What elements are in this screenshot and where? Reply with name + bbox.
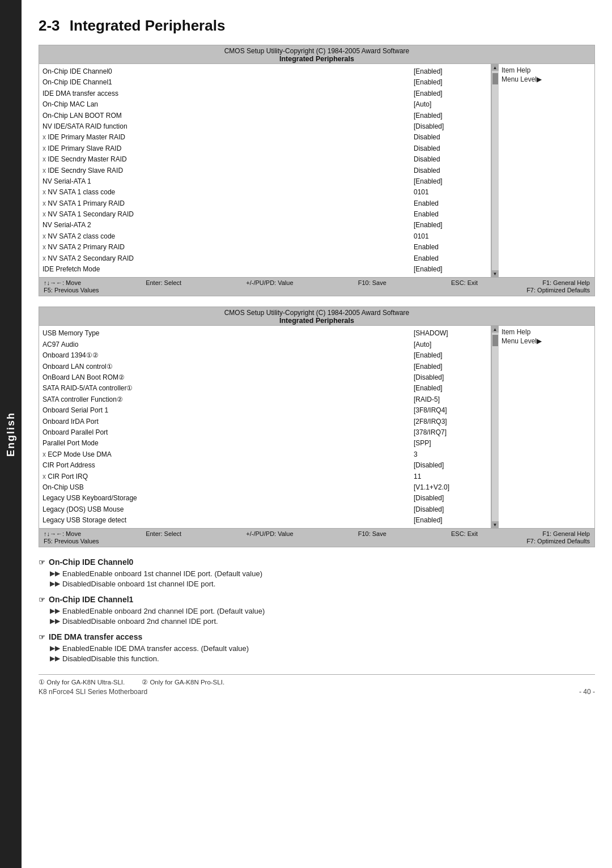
bios-row: SATA RAID-5/ATA controller①[Enabled]: [42, 383, 487, 394]
desc-title-on-chip-ide0: ☞On-Chip IDE Channel0: [39, 558, 595, 567]
desc-item: ▶▶DisabledDisable onboard 1st channel ID…: [39, 580, 595, 588]
scroll-down-1[interactable]: ▼: [492, 270, 499, 277]
bios-row: NV SATA 2 Secondary RAIDEnabled: [42, 253, 487, 264]
bios-row: Onboard 1394①②[Enabled]: [42, 350, 487, 361]
bios-row: On-Chip IDE Channel1[Enabled]: [42, 77, 487, 88]
desc-item: ▶▶DisabledDisable onboard 2nd channel ID…: [39, 617, 595, 626]
bios-row: NV Serial-ATA 1[Enabled]: [42, 176, 487, 187]
bios-row: Parallel Port Mode[SPP]: [42, 438, 487, 449]
bios-row: Onboard Serial Port 1[3F8/IRQ4]: [42, 405, 487, 416]
bios-row: NV IDE/SATA RAID function[Disabled]: [42, 121, 487, 132]
bios-scrollbar-1[interactable]: ▲ ▼: [491, 64, 498, 277]
side-tab-english: English: [0, 0, 22, 868]
bios-footer-row2-1: F5: Previous Values F7: Optimized Defaul…: [44, 287, 590, 293]
bullet-arrow-icon: ▶▶: [50, 654, 60, 662]
bios-row: Onboard Parallel Port[378/IRQ7]: [42, 427, 487, 438]
bios-header-1: CMOS Setup Utility-Copyright (C) 1984-20…: [39, 45, 594, 64]
bios-help-2: Item Help Menu Level▶: [498, 326, 594, 528]
bios-row: IDE Secndry Slave RAIDDisabled: [42, 165, 487, 176]
scroll-down-2[interactable]: ▼: [492, 521, 499, 528]
bios-footer-1: ↑↓→←: Move Enter: Select +/-/PU/PD: Valu…: [39, 277, 594, 296]
desc-item: ▶▶EnabledEnable IDE DMA transfer access.…: [39, 644, 595, 653]
footer-notes: ① Only for GA-K8N Ultra-SLI. ② Only for …: [39, 674, 595, 696]
bios-screen-2: CMOS Setup Utility-Copyright (C) 1984-20…: [39, 307, 595, 547]
bios-row: AC97 Audio[Auto]: [42, 339, 487, 350]
bullet-arrow-icon: ▶▶: [50, 569, 60, 577]
bios-scrollbar-2[interactable]: ▲ ▼: [491, 326, 498, 528]
desc-item: ▶▶EnabledEnable onboard 1st channel IDE …: [39, 569, 595, 578]
bios-row: USB Memory Type[SHADOW]: [42, 328, 487, 339]
bios-row: Legacy (DOS) USB Mouse[Disabled]: [42, 504, 487, 515]
bios-row: IDE Primary Slave RAIDDisabled: [42, 143, 487, 154]
bios-row: On-Chip USB[V1.1+V2.0]: [42, 482, 487, 493]
bios-main-1: On-Chip IDE Channel0[Enabled]On-Chip IDE…: [39, 64, 491, 277]
scroll-up-1[interactable]: ▲: [492, 64, 499, 71]
desc-title-on-chip-ide1: ☞On-Chip IDE Channel1: [39, 595, 595, 604]
desc-section-ide-dma: ☞IDE DMA transfer access▶▶EnabledEnable …: [39, 632, 595, 663]
bios-footer-row1-2: ↑↓→←: Move Enter: Select +/-/PU/PD: Valu…: [44, 530, 590, 537]
bios-help-1: Item Help Menu Level▶: [498, 64, 594, 277]
bios-row: NV SATA 1 class code0101: [42, 187, 487, 198]
bullet-arrow-icon: ▶▶: [50, 580, 60, 588]
bios-row: Onboard IrDA Port[2F8/IRQ3]: [42, 416, 487, 427]
bios-row: On-Chip IDE Channel0[Enabled]: [42, 66, 487, 77]
bios-row: IDE Secndry Master RAIDDisabled: [42, 154, 487, 165]
page-title: 2-3 Integrated Peripherals: [39, 17, 595, 35]
bios-footer-row1-1: ↑↓→←: Move Enter: Select +/-/PU/PD: Valu…: [44, 279, 590, 286]
desc-title-ide-dma: ☞IDE DMA transfer access: [39, 632, 595, 641]
bios-row: CIR Port IRQ11: [42, 471, 487, 482]
bios-row: NV SATA 1 Secondary RAIDEnabled: [42, 209, 487, 220]
bios-row: IDE DMA transfer access[Enabled]: [42, 88, 487, 99]
arrow-icon: ☞: [39, 595, 45, 604]
arrow-icon: ☞: [39, 558, 45, 567]
bios-row: OnBoard LAN Boot ROM②[Disabled]: [42, 372, 487, 383]
scroll-up-2[interactable]: ▲: [492, 326, 499, 333]
bios-row: ECP Mode Use DMA3: [42, 449, 487, 460]
bios-footer-row2-2: F5: Previous Values F7: Optimized Defaul…: [44, 538, 590, 544]
bullet-arrow-icon: ▶▶: [50, 607, 60, 615]
bios-row: On-Chip MAC Lan[Auto]: [42, 99, 487, 110]
bios-row: NV Serial-ATA 2[Enabled]: [42, 220, 487, 231]
desc-section-on-chip-ide0: ☞On-Chip IDE Channel0▶▶EnabledEnable onb…: [39, 558, 595, 588]
bios-row: NV SATA 2 class code0101: [42, 231, 487, 242]
bullet-arrow-icon: ▶▶: [50, 617, 60, 625]
arrow-icon: ☞: [39, 633, 45, 641]
bios-footer-2: ↑↓→←: Move Enter: Select +/-/PU/PD: Valu…: [39, 528, 594, 547]
bios-row: IDE Primary Master RAIDDisabled: [42, 132, 487, 143]
descriptions-container: ☞On-Chip IDE Channel0▶▶EnabledEnable onb…: [39, 558, 595, 663]
bios-row: IDE Prefetch Mode[Enabled]: [42, 264, 487, 275]
bios-row: CIR Port Address[Disabled]: [42, 460, 487, 471]
bios-row: NV SATA 2 Primary RAIDEnabled: [42, 242, 487, 253]
bios-row: SATA controller Function②[RAID-5]: [42, 394, 487, 405]
desc-section-on-chip-ide1: ☞On-Chip IDE Channel1▶▶EnabledEnable onb…: [39, 595, 595, 626]
bullet-arrow-icon: ▶▶: [50, 644, 60, 652]
bios-row: Onboard LAN control①[Enabled]: [42, 361, 487, 372]
desc-item: ▶▶DisabledDisable this function.: [39, 654, 595, 663]
bios-row: Legacy USB Storage detect[Enabled]: [42, 515, 487, 526]
bios-row: On-Chip LAN BOOT ROM[Enabled]: [42, 110, 487, 121]
bios-row: Legacy USB Keyboard/Storage[Disabled]: [42, 493, 487, 504]
bios-header-2: CMOS Setup Utility-Copyright (C) 1984-20…: [39, 307, 594, 326]
desc-item: ▶▶EnabledEnable onboard 2nd channel IDE …: [39, 607, 595, 615]
bios-main-2: USB Memory Type[SHADOW]AC97 Audio[Auto]O…: [39, 326, 491, 528]
bios-screen-1: CMOS Setup Utility-Copyright (C) 1984-20…: [39, 45, 595, 296]
bios-row: NV SATA 1 Primary RAIDEnabled: [42, 198, 487, 209]
